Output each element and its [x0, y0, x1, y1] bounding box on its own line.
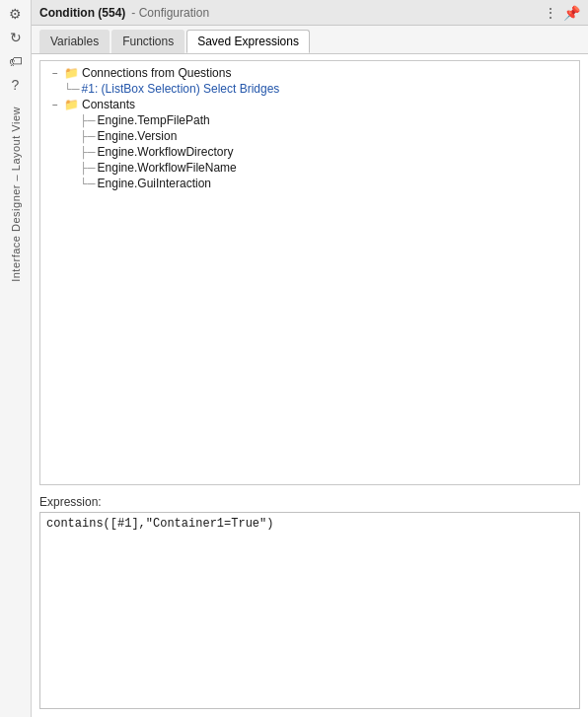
tab-variables[interactable]: Variables — [39, 30, 110, 53]
list-item[interactable]: − 📁 Connections from Questions — [44, 65, 575, 81]
tree-line-guiinteraction: └─ — [80, 178, 96, 189]
connection-item-label: #1: (ListBox Selection) Select Bridges — [82, 82, 280, 96]
expression-label: Expression: — [39, 495, 580, 509]
list-item[interactable]: ├─ Engine.WorkflowDirectory — [44, 144, 575, 160]
toggle-connections[interactable]: − — [48, 66, 62, 80]
list-item[interactable]: └─ Engine.GuiInteraction — [44, 176, 575, 191]
tree-line-icon: └─ — [64, 83, 80, 95]
list-item[interactable]: − 📁 Constants — [44, 97, 575, 112]
titlebar-left: Condition (554) - Configuration — [39, 6, 209, 20]
sidebar-icon-help[interactable]: ? — [6, 75, 26, 95]
expression-section: Expression: contains([#1],"Container1=Tr… — [32, 491, 588, 717]
list-item[interactable]: ├─ Engine.Version — [44, 128, 575, 144]
tab-bar: Variables Functions Saved Expressions — [32, 26, 588, 54]
toggle-constants[interactable]: − — [48, 98, 62, 111]
main-panel: Condition (554) - Configuration ⋮ 📌 Vari… — [32, 0, 588, 717]
sidebar-icon-tag[interactable]: 🏷 — [6, 51, 26, 71]
sidebar-icon-gear[interactable]: ⚙ — [6, 4, 26, 24]
list-item[interactable]: └─ #1: (ListBox Selection) Select Bridge… — [44, 81, 575, 97]
tree-line-workflowdir: ├─ — [80, 146, 96, 158]
folder-icon-constants: 📁 — [64, 98, 79, 111]
tab-functions[interactable]: Functions — [111, 30, 184, 53]
tree-panel[interactable]: − 📁 Connections from Questions └─ #1: (L… — [39, 60, 580, 485]
more-options-icon[interactable]: ⋮ — [544, 5, 557, 21]
tree-line-version: ├─ — [80, 130, 96, 142]
tab-saved-expressions[interactable]: Saved Expressions — [186, 30, 310, 53]
folder-icon: 📁 — [64, 66, 79, 80]
sidebar: ⚙ ↻ 🏷 ? Interface Designer – Layout View — [0, 0, 32, 717]
engine-workflowfilename-label: Engine.WorkflowFileName — [98, 161, 237, 175]
list-item[interactable]: ├─ Engine.WorkflowFileName — [44, 160, 575, 176]
sidebar-label: Interface Designer – Layout View — [10, 107, 22, 282]
sidebar-icon-refresh[interactable]: ↻ — [6, 28, 26, 47]
engine-tempfilepath-label: Engine.TempFilePath — [98, 113, 210, 127]
titlebar-icons: ⋮ 📌 — [544, 5, 580, 21]
pin-icon[interactable]: 📌 — [563, 5, 580, 21]
constants-label: Constants — [82, 98, 135, 111]
engine-workflowdirectory-label: Engine.WorkflowDirectory — [98, 145, 234, 159]
connections-label: Connections from Questions — [82, 66, 231, 80]
engine-version-label: Engine.Version — [98, 129, 178, 143]
tree-line-tempfilepath: ├─ — [80, 114, 96, 126]
condition-title: Condition (554) — [39, 6, 125, 20]
list-item[interactable]: ├─ Engine.TempFilePath — [44, 112, 575, 128]
tree-line-workflowfilename: ├─ — [80, 162, 96, 174]
expression-box[interactable]: contains([#1],"Container1=True") — [39, 512, 580, 709]
engine-guiinteraction-label: Engine.GuiInteraction — [98, 177, 211, 190]
titlebar: Condition (554) - Configuration ⋮ 📌 — [32, 0, 588, 26]
config-subtitle: - Configuration — [131, 6, 209, 20]
